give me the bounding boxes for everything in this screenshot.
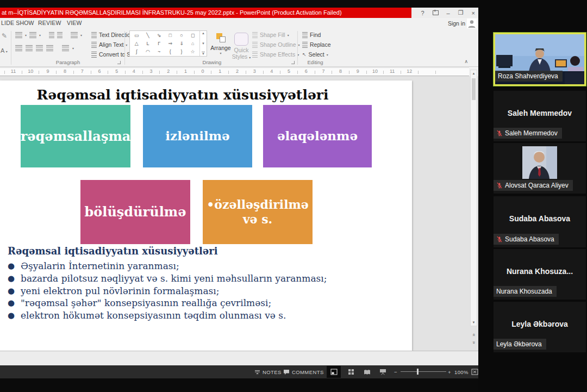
shape-glyph-icon[interactable]: ○	[180, 33, 183, 38]
format-painter-icon[interactable]: ✎	[2, 32, 7, 40]
shape-fill-icon	[252, 32, 258, 38]
columns-button[interactable]	[62, 45, 69, 51]
participant-tile-sudaba[interactable]: Sudaba Abasova Sudaba Abasova	[494, 196, 586, 247]
select-button[interactable]: ↖ Select▾	[302, 51, 328, 58]
vertical-scrollbar[interactable]: ▲ ▼	[470, 70, 477, 326]
tab-view[interactable]: VIEW	[67, 20, 82, 26]
shape-outline-button[interactable]: Shape Outline▾	[252, 41, 300, 48]
tab-slide-show[interactable]: LIDE SHOW	[1, 20, 34, 26]
line-spacing-button[interactable]	[71, 32, 78, 38]
reading-view-button[interactable]	[360, 366, 374, 378]
font-color-button[interactable]: A ▾	[1, 47, 8, 54]
shape-glyph-icon[interactable]: ⇘	[157, 33, 161, 38]
scrollbar-thumb[interactable]	[472, 78, 476, 100]
zoom-in-button[interactable]: +	[448, 365, 451, 378]
shape-fill-button[interactable]: Shape Fill▾	[252, 32, 289, 38]
shape-elaqelenme[interactable]: əlaqələnmə	[263, 105, 372, 167]
slide-show-button[interactable]	[376, 366, 390, 378]
participants-sidebar: Roza Shahverdiyeva Saleh Memmedov Saleh …	[478, 0, 587, 392]
next-slide-button[interactable]: »	[470, 337, 477, 343]
ruler-mark: 6	[91, 69, 108, 74]
shape-glyph-icon[interactable]: Γ	[158, 41, 160, 46]
shape-glyph-icon[interactable]: ⇓	[179, 41, 184, 46]
justify-button[interactable]	[46, 45, 53, 51]
shape-izlenilme[interactable]: izlənilmə	[143, 105, 252, 167]
shape-glyph-icon[interactable]: ▭	[134, 33, 139, 38]
comments-button[interactable]: COMMENTS	[283, 365, 324, 378]
bullet-item: ●"rəqəmsal şəhər" konsepsiyasının reallı…	[8, 297, 404, 309]
shape-ozelleshdirilme[interactable]: •özəlləşdirilmə və s.	[203, 180, 313, 244]
slide-canvas[interactable]: Rəqəmsal iqtisadiyyatın xüsusiyyətləri r…	[0, 80, 412, 351]
shape-glyph-icon[interactable]: □	[169, 33, 172, 38]
paragraph-dialog-launcher[interactable]	[117, 61, 121, 64]
shape-outline-icon	[252, 42, 258, 48]
close-button[interactable]: ×	[472, 10, 475, 16]
shape-glyph-icon[interactable]: ◠	[146, 49, 150, 54]
shape-glyph-icon[interactable]: ~	[158, 49, 160, 54]
help-button[interactable]: ?	[421, 10, 424, 16]
shape-reqemsallashma[interactable]: rəqəmsallaşma	[21, 105, 130, 167]
ribbon-display-options-button[interactable]	[433, 10, 439, 15]
align-text-button[interactable]: Align Text▾	[91, 41, 127, 48]
select-icon: ↖	[302, 52, 307, 57]
shape-bolushdurulme[interactable]: bölüşdürülmə	[80, 180, 190, 244]
shape-glyph-icon[interactable]: }	[180, 49, 182, 54]
horizontal-scroll-area	[0, 351, 478, 365]
shape-glyph-icon[interactable]: {	[170, 49, 171, 54]
sign-in-link[interactable]: Sign in	[448, 20, 465, 27]
find-button[interactable]: Find	[302, 32, 321, 38]
zoom-slider[interactable]	[401, 371, 446, 372]
text-direction-icon	[91, 32, 97, 38]
shape-glyph-icon[interactable]: ╲	[146, 33, 149, 38]
shapes-gallery[interactable]: ▭╲⇘□○◻△LΓ⇒⇓⌂ʃ◠~{}☆ ▲▼▼	[129, 30, 207, 57]
scroll-up-button[interactable]: ▲	[471, 70, 477, 77]
participant-name-label: Sudaba Abasova	[494, 234, 559, 245]
ruler-mark: 2	[160, 69, 177, 74]
participant-tile-saleh[interactable]: Saleh Memmedov Saleh Memmedov	[494, 91, 586, 141]
scroll-down-button[interactable]: ▼	[471, 319, 477, 326]
align-left-button[interactable]	[15, 45, 22, 51]
increase-indent-button[interactable]	[57, 32, 63, 38]
title-bar[interactable]: at m--İQTİSADİYYATIN RƏQƏMSALLAŞDIRILMAS…	[0, 8, 478, 18]
align-center-button[interactable]	[26, 45, 33, 51]
shape-glyph-icon[interactable]: L	[146, 41, 149, 46]
tab-review[interactable]: REVIEW	[38, 20, 61, 26]
shape-glyph-icon[interactable]: ☆	[191, 49, 195, 54]
participant-tile-roza[interactable]: Roza Shahverdiyeva	[494, 33, 586, 86]
slide-bullet-list[interactable]: ●Əşyalarin İnternetinin yaranması; ●baza…	[8, 260, 404, 322]
shape-glyph-icon[interactable]: △	[135, 41, 139, 46]
numbering-button[interactable]	[29, 32, 36, 38]
restore-button[interactable]: ❐	[458, 9, 464, 16]
previous-slide-button[interactable]: «	[470, 329, 477, 335]
decrease-indent-button[interactable]	[49, 32, 54, 38]
slide-title[interactable]: Rəqəmsal iqtisadiyyatın xüsusiyyətləri	[0, 87, 365, 103]
slide-sorter-view-button[interactable]	[344, 366, 358, 378]
shapes-gallery-scroll[interactable]: ▲▼▼	[199, 31, 207, 56]
zoom-out-button[interactable]: −	[394, 365, 397, 378]
ruler-mark: 0	[194, 69, 211, 74]
replace-button[interactable]: Replace	[302, 41, 331, 48]
account-avatar-icon[interactable]	[467, 18, 477, 28]
zoom-slider-thumb[interactable]	[417, 369, 419, 375]
notes-button[interactable]: NOTES	[254, 365, 282, 378]
participant-tile-leyla[interactable]: Leyla Əkbərova Leyla Əkbərova	[494, 302, 586, 352]
participant-tile-nurana[interactable]: Nurana Khosuza... Nurana Khosuzada	[494, 249, 586, 300]
shape-effects-button[interactable]: Shape Effects▾	[252, 51, 299, 58]
shape-glyph-icon[interactable]: ◻	[191, 33, 195, 38]
ruler-mark: 8	[332, 69, 349, 74]
shape-glyph-icon[interactable]: ⌂	[191, 41, 194, 46]
shape-glyph-icon[interactable]: ʃ	[136, 49, 137, 54]
align-right-button[interactable]	[36, 45, 43, 51]
status-bar: NOTES COMMENTS − + 100%	[0, 365, 478, 378]
ruler-mark: 9	[349, 69, 366, 74]
participant-tile-alovsat[interactable]: Alovsat Qaraca Aliyev	[494, 143, 586, 194]
minimize-button[interactable]: –	[447, 10, 450, 16]
shape-glyph-icon[interactable]: ⇒	[168, 41, 173, 46]
window-title: at m--İQTİSADİYYATIN RƏQƏMSALLAŞDIRILMAS…	[0, 8, 411, 18]
bullets-button[interactable]	[15, 32, 22, 38]
zoom-level[interactable]: 100%	[454, 365, 469, 378]
slide-subheading[interactable]: Rəqəmsal iqtisadiyyatın xüsusiyyətləri	[8, 245, 218, 257]
collapse-ribbon-button[interactable]: ∧	[464, 59, 468, 64]
normal-view-button[interactable]	[327, 366, 341, 378]
ruler-mark: 7	[315, 69, 332, 74]
